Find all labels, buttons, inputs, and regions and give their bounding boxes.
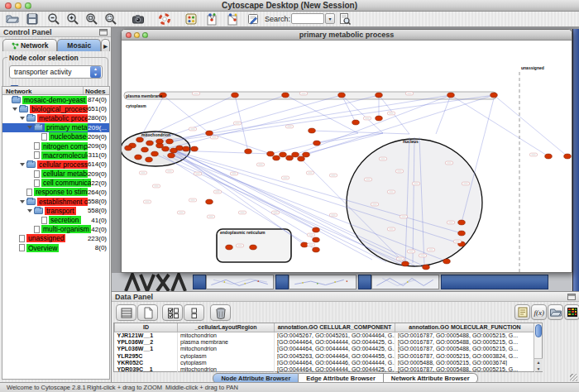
network-node[interactable] — [232, 93, 239, 98]
network-node[interactable] — [206, 199, 213, 204]
network-node[interactable] — [313, 141, 321, 146]
network-node[interactable] — [136, 137, 144, 142]
background-window-fragment[interactable] — [572, 29, 579, 291]
tree-row[interactable]: multi-organism pro42(0) — [2, 225, 109, 234]
tree-row[interactable]: transport558(0) — [2, 206, 109, 215]
network-node[interactable] — [146, 157, 153, 162]
expand-triangle-icon[interactable] — [20, 117, 25, 120]
network-node[interactable] — [166, 139, 174, 144]
network-node[interactable] — [206, 131, 213, 136]
float-panel-icon[interactable] — [99, 29, 108, 36]
network-node[interactable] — [226, 245, 233, 250]
tree-row[interactable]: primary metabol209(... — [2, 123, 109, 132]
scrollbar-thumb[interactable] — [535, 324, 542, 337]
network-node[interactable] — [402, 261, 409, 266]
network-node[interactable] — [168, 153, 175, 158]
annotation-icon[interactable] — [246, 12, 261, 26]
expand-triangle-icon[interactable] — [20, 200, 25, 203]
open-icon[interactable] — [5, 12, 20, 26]
zoom-selected-icon[interactable] — [103, 12, 118, 26]
network-node[interactable] — [141, 147, 149, 152]
tree-row[interactable]: nitrogen compo209(0) — [2, 141, 109, 151]
tree-row[interactable]: cell communicat22(0) — [2, 179, 109, 188]
merge-networks-alt-icon[interactable] — [225, 12, 240, 26]
scrollbar-arrows[interactable]: ▲▼ — [534, 358, 543, 371]
tree-row[interactable]: unassigned223(0) — [2, 234, 109, 243]
table-scrollbar[interactable]: ▲▼ — [534, 323, 542, 371]
expand-triangle-icon[interactable] — [27, 209, 32, 213]
merge-networks-icon[interactable] — [204, 12, 219, 26]
column-header[interactable]: annotation.GO MOLECULAR_FUNCTION — [395, 323, 535, 332]
background-window-fragment[interactable] — [275, 275, 289, 289]
function-builder-icon[interactable]: f(x) — [531, 304, 547, 320]
network-node[interactable] — [545, 154, 553, 159]
tree-col-nodes[interactable]: Nodes — [84, 87, 109, 94]
notes-icon[interactable] — [514, 304, 530, 320]
select-all-icon[interactable] — [162, 304, 183, 321]
tree-row[interactable]: cellular process614(0) — [2, 160, 109, 169]
expand-triangle-icon[interactable] — [27, 126, 32, 129]
network-node[interactable] — [443, 259, 451, 264]
zoom-out-icon[interactable] — [46, 12, 61, 26]
table-row[interactable]: YLR295Ccytoplasm[GO:0045263, GO:0044464,… — [115, 352, 535, 359]
expand-triangle-icon[interactable] — [20, 163, 25, 166]
resize-grip[interactable] — [570, 374, 577, 381]
network-node[interactable] — [162, 146, 170, 151]
tree-row[interactable]: secretion41(0) — [2, 215, 109, 224]
table-row[interactable]: YPL036W__1mitochondrion[GO:0044464, GO:0… — [115, 346, 535, 352]
network-node[interactable] — [135, 155, 142, 160]
tab-network[interactable]: Network — [2, 39, 57, 51]
network-node[interactable] — [298, 156, 305, 161]
network-node[interactable] — [313, 247, 320, 252]
network-node[interactable] — [286, 155, 294, 160]
network-node[interactable] — [176, 146, 184, 151]
table-row[interactable]: YKR052Ccytoplasm[GO:0044464, GO:0044446,… — [115, 359, 535, 366]
zoom-in-icon[interactable] — [65, 12, 80, 26]
network-node[interactable] — [125, 146, 132, 151]
snapshot-icon[interactable] — [131, 12, 146, 26]
select-attributes-icon[interactable] — [116, 304, 136, 321]
tree-row[interactable]: Overview8(0) — [2, 243, 109, 252]
network-node[interactable] — [458, 220, 466, 225]
network-node[interactable] — [292, 152, 299, 157]
save-icon[interactable] — [25, 12, 40, 26]
float-panel-icon[interactable] — [567, 294, 576, 300]
tree-row[interactable]: nucleobase-c209(0) — [2, 132, 109, 141]
column-header[interactable]: ID — [115, 323, 178, 332]
background-window-fragment[interactable] — [206, 275, 274, 289]
network-node[interactable] — [282, 93, 290, 98]
tab-mosaic[interactable]: Mosaic — [57, 39, 101, 51]
network-node[interactable] — [447, 93, 455, 98]
network-node[interactable] — [267, 151, 275, 156]
help-icon[interactable] — [157, 12, 172, 26]
network-node[interactable] — [303, 152, 310, 157]
new-attribute-icon[interactable] — [137, 304, 158, 321]
network-node[interactable] — [245, 149, 252, 154]
network-node[interactable] — [338, 93, 346, 98]
tree-col-network[interactable]: Network — [2, 87, 84, 94]
tree-row[interactable]: biological_process651(0) — [2, 104, 109, 113]
tree-row[interactable]: mosaic-demo-yeast874(0) — [2, 95, 109, 104]
mosaic-plugin-icon[interactable] — [184, 12, 199, 26]
tree-row[interactable]: cellular metabol209(0) — [2, 170, 109, 179]
delete-attribute-icon[interactable] — [210, 304, 231, 321]
background-window-fragment[interactable] — [193, 275, 206, 289]
advanced-search-icon[interactable] — [337, 12, 352, 26]
network-node[interactable] — [301, 242, 309, 247]
network-node[interactable] — [183, 146, 190, 151]
background-window-fragment[interactable] — [371, 275, 439, 289]
network-node[interactable] — [280, 152, 287, 157]
table-row[interactable]: YDR039C__1mitochondrion[GO:0044464, GO:0… — [115, 366, 535, 372]
background-window-fragment[interactable] — [358, 275, 371, 289]
network-node[interactable] — [352, 120, 360, 125]
tree-row[interactable]: establishment of lo558(0) — [2, 197, 109, 206]
import-table-icon[interactable] — [548, 304, 563, 320]
heatmap-icon[interactable] — [564, 304, 579, 320]
expand-triangle-icon[interactable] — [12, 108, 17, 111]
background-window-fragment[interactable] — [441, 275, 548, 289]
tree-row[interactable]: response to stimulu264(0) — [2, 188, 109, 197]
tab-overflow-arrow[interactable]: ▶ — [101, 39, 110, 51]
network-node[interactable] — [376, 93, 383, 98]
network-node[interactable] — [309, 128, 316, 133]
network-node[interactable] — [273, 155, 280, 160]
